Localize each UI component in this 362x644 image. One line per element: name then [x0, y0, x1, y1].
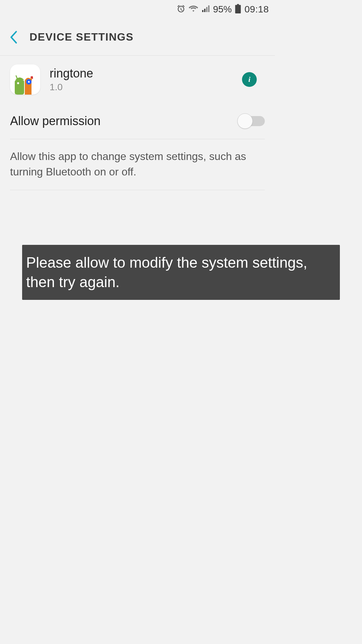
app-info: ringtone 1.0: [50, 66, 233, 93]
toast-message: Please allow to modify the system settin…: [22, 245, 275, 300]
app-bar: DEVICE SETTINGS: [0, 19, 275, 56]
app-header-row: ringtone 1.0 i: [0, 56, 275, 103]
svg-rect-0: [15, 80, 24, 95]
svg-line-2: [16, 76, 17, 79]
permission-description: Allow this app to change system settings…: [10, 139, 265, 190]
allow-permission-label: Allow permission: [10, 114, 101, 128]
battery-icon: [235, 4, 241, 15]
chevron-left-icon: [9, 31, 18, 44]
signal-icon: [201, 5, 209, 14]
alarm-icon: [177, 4, 185, 14]
allow-permission-toggle[interactable]: [237, 113, 265, 129]
toggle-thumb: [237, 113, 253, 129]
app-icon: [10, 64, 40, 95]
app-info-button[interactable]: i: [242, 72, 257, 87]
svg-point-1: [17, 82, 19, 84]
page-title: DEVICE SETTINGS: [29, 31, 134, 43]
app-version: 1.0: [50, 82, 233, 93]
info-icon: i: [248, 75, 250, 84]
battery-percent: 95%: [213, 4, 232, 15]
app-name: ringtone: [50, 66, 233, 80]
wifi-icon: [189, 5, 198, 14]
divider: [10, 190, 265, 190]
allow-permission-row[interactable]: Allow permission: [10, 103, 265, 139]
back-button[interactable]: [7, 31, 20, 44]
status-time: 09:18: [244, 4, 269, 15]
svg-point-4: [28, 81, 30, 83]
status-bar: 95% 09:18: [0, 0, 275, 19]
